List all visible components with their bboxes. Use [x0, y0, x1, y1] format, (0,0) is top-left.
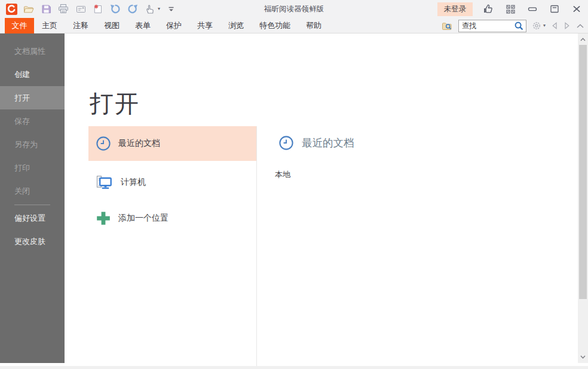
tab-home[interactable]: 主页 — [34, 18, 65, 33]
tab-file[interactable]: 文件 — [5, 18, 34, 33]
sidebar-item-change-skin[interactable]: 更改皮肤 — [0, 230, 65, 253]
sidebar-item-save[interactable]: 保存 — [0, 109, 65, 133]
ribbon-tabs: 文件 主页 注释 视图 表单 保护 共享 浏览 特色功能 帮助 — [5, 18, 329, 33]
recent-documents-header: 最近的文档 — [278, 135, 354, 151]
collapse-ribbon-icon[interactable] — [576, 23, 584, 29]
sidebar-item-save-as[interactable]: 另存为 — [0, 133, 65, 156]
open-option-recent-documents[interactable]: 最近的文档 — [88, 126, 256, 161]
computer-icon — [96, 174, 114, 191]
gear-icon — [532, 21, 541, 31]
scroll-down-icon[interactable] — [578, 352, 588, 362]
recent-group-local: 本地 — [275, 169, 290, 180]
page-title: 打开 — [90, 87, 140, 120]
open-option-computer[interactable]: 计算机 — [88, 168, 256, 197]
titlebar: ▾ 福昕阅读器领鲜版 未登录 — [0, 0, 588, 18]
add-place-icon — [96, 211, 111, 226]
vertical-scrollbar — [578, 33, 588, 363]
file-backstage: 文档属性 创建 打开 保存 另存为 打印 关闭 偏好设置 更改皮肤 打开 最近的… — [0, 33, 588, 366]
like-icon[interactable] — [482, 2, 495, 16]
chevron-down-icon: ▾ — [158, 7, 160, 11]
bottom-strip — [0, 366, 588, 369]
login-button[interactable]: 未登录 — [437, 2, 473, 16]
sidebar-divider — [14, 205, 50, 205]
search-settings-dropdown[interactable]: ▾ — [532, 21, 546, 31]
redo-icon[interactable] — [126, 2, 139, 16]
sidebar-item-print[interactable]: 打印 — [0, 156, 65, 179]
open-file-icon[interactable] — [22, 2, 35, 16]
create-pdf-icon[interactable] — [91, 2, 105, 16]
maximize-button[interactable] — [548, 2, 561, 16]
tab-protect[interactable]: 保护 — [158, 18, 189, 33]
open-option-label: 添加一个位置 — [118, 213, 169, 224]
hand-tool-dropdown[interactable]: ▾ — [143, 2, 160, 16]
open-option-add-place[interactable]: 添加一个位置 — [88, 204, 256, 233]
sidebar-item-open[interactable]: 打开 — [0, 86, 65, 109]
open-option-list: 最近的文档 计算机 添加一个位置 — [88, 126, 256, 233]
tab-comment[interactable]: 注释 — [65, 18, 96, 33]
clock-icon — [278, 135, 294, 151]
ribbon-tab-bar: 文件 主页 注释 视图 表单 保护 共享 浏览 特色功能 帮助 ▾ — [0, 18, 588, 33]
find-previous-icon[interactable] — [551, 22, 558, 30]
hand-tool-icon — [143, 2, 157, 16]
ribbon-search-area: ▾ — [441, 18, 584, 33]
tab-form[interactable]: 表单 — [127, 18, 158, 33]
sidebar-item-close[interactable]: 关闭 — [0, 179, 65, 203]
sidebar-item-preferences[interactable]: 偏好设置 — [0, 206, 65, 230]
undo-icon[interactable] — [109, 2, 122, 16]
open-option-label: 计算机 — [121, 177, 146, 188]
chevron-down-icon: ▾ — [543, 23, 546, 28]
tab-view[interactable]: 视图 — [96, 18, 127, 33]
recent-documents-title: 最近的文档 — [302, 136, 354, 150]
email-icon[interactable] — [74, 2, 87, 16]
window-title: 福昕阅读器领鲜版 — [264, 0, 324, 18]
foxit-logo[interactable] — [5, 2, 18, 16]
backstage-sidebar: 文档属性 创建 打开 保存 另存为 打印 关闭 偏好设置 更改皮肤 — [0, 33, 65, 363]
clock-icon — [96, 136, 111, 151]
scroll-up-icon[interactable] — [578, 35, 588, 44]
tab-share[interactable]: 共享 — [189, 18, 220, 33]
panel-divider — [256, 126, 257, 369]
scrollbar-thumb[interactable] — [579, 45, 587, 299]
minimize-button[interactable] — [526, 2, 539, 16]
close-button[interactable] — [570, 2, 583, 16]
layout-grid-icon[interactable] — [504, 2, 517, 16]
recent-documents-panel: 最近的文档 本地 — [278, 135, 354, 151]
tab-help[interactable]: 帮助 — [298, 18, 329, 33]
tab-special-features[interactable]: 特色功能 — [252, 18, 298, 33]
search-icon[interactable] — [514, 21, 524, 31]
tab-browse[interactable]: 浏览 — [220, 18, 252, 33]
sidebar-item-create[interactable]: 创建 — [0, 63, 65, 86]
save-icon[interactable] — [39, 2, 53, 16]
search-folder-icon[interactable] — [441, 20, 453, 32]
open-option-label: 最近的文档 — [118, 138, 160, 149]
search-input[interactable] — [462, 22, 514, 30]
search-box — [458, 20, 526, 32]
sidebar-item-document-properties[interactable]: 文档属性 — [0, 39, 65, 63]
find-next-icon[interactable] — [564, 22, 571, 30]
titlebar-controls: 未登录 — [437, 0, 584, 18]
customize-quick-access-icon[interactable] — [164, 2, 177, 16]
quick-access-toolbar: ▾ — [5, 0, 177, 18]
print-icon[interactable] — [57, 2, 70, 16]
